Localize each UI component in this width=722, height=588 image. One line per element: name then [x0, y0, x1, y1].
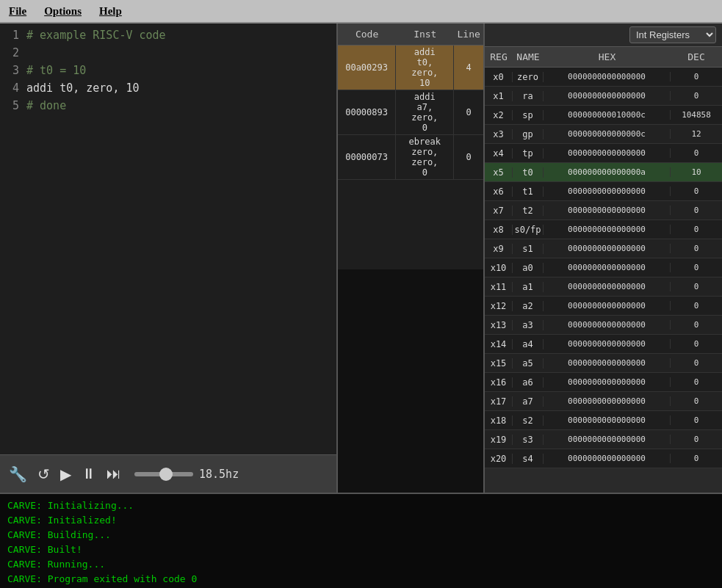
reg-name-cell: ra: [513, 91, 544, 101]
reg-id-cell: x5: [485, 167, 513, 178]
reg-name-cell: zero: [513, 72, 544, 82]
reg-dec-cell: 0: [671, 148, 722, 158]
reg-hex-cell: 000000000000000c: [544, 129, 671, 139]
reg-id-cell: x15: [485, 358, 513, 369]
reg-id-cell: x10: [485, 263, 513, 273]
reg-dec-cell: 0: [671, 435, 722, 444]
ct-inst-cell: addit0,zero,10: [396, 46, 454, 90]
ct-line-cell: 0: [454, 135, 483, 179]
reg-dec-cell: 0: [671, 244, 722, 253]
step-button[interactable]: ⏭: [104, 462, 124, 485]
register-row: x16a600000000000000000: [485, 373, 722, 392]
reg-header: Int RegistersFloat Registers: [485, 23, 722, 47]
reg-dec-cell: 0: [671, 415, 722, 425]
reg-name-cell: a1: [513, 282, 544, 292]
register-row: x1ra00000000000000000: [485, 87, 722, 106]
reg-name-cell: t2: [513, 206, 544, 216]
console-line: CARVE: Built!: [7, 542, 715, 557]
reg-hex-cell: 0000000000000000: [544, 415, 671, 425]
reg-dec-cell: 0: [671, 301, 722, 311]
register-row: x15a500000000000000000: [485, 354, 722, 373]
reg-name-cell: a6: [513, 377, 544, 388]
reg-dec-cell: 0: [671, 377, 722, 387]
pause-button[interactable]: ⏸: [79, 462, 99, 485]
ct-inst-cell: ebreakzero,zero,0: [396, 135, 454, 179]
code-table-empty-space: [338, 269, 483, 493]
reg-name-cell: a4: [513, 339, 544, 349]
reg-hex-cell: 000000000010000c: [544, 110, 671, 120]
dec-col-header: DEC: [671, 51, 722, 62]
reg-name-cell: s4: [513, 454, 544, 464]
speed-label: 18.5hz: [199, 468, 239, 481]
menu-item-options[interactable]: Options: [35, 2, 90, 21]
ct-code-cell: 00a00293: [338, 46, 396, 90]
reg-hex-cell: 0000000000000000: [544, 148, 671, 158]
console-line: CARVE: Initializing...: [7, 498, 715, 513]
reg-dec-cell: 0: [671, 263, 722, 272]
reg-hex-cell: 0000000000000000: [544, 377, 671, 387]
reg-hex-cell: 0000000000000000: [544, 301, 671, 311]
ct-code-cell: 00000073: [338, 135, 396, 179]
reg-id-cell: x1: [485, 91, 513, 101]
reg-dec-cell: 0: [671, 396, 722, 406]
reg-hex-cell: 0000000000000000: [544, 225, 671, 234]
console-line: CARVE: Running...: [7, 557, 715, 572]
code-col-header: Code: [338, 29, 396, 40]
reg-id-cell: x7: [485, 206, 513, 216]
reg-name-cell: t0: [513, 167, 544, 178]
reg-id-cell: x11: [485, 282, 513, 292]
register-row: x10a000000000000000000: [485, 258, 722, 277]
line-number: 1: [3, 26, 19, 44]
registers-panel: Int RegistersFloat Registers REG NAME HE…: [485, 23, 722, 493]
reg-name-cell: a0: [513, 263, 544, 273]
build-button[interactable]: 🔧: [6, 462, 30, 486]
reg-dec-cell: 0: [671, 206, 722, 215]
code-table-row: 00000893addia7,zero,00: [338, 90, 483, 135]
menu-item-help[interactable]: Help: [90, 2, 131, 21]
reg-hex-cell: 0000000000000000: [544, 91, 671, 101]
speed-slider[interactable]: [134, 472, 193, 476]
reg-dec-cell: 0: [671, 339, 722, 349]
register-row: x14a400000000000000000: [485, 335, 722, 354]
register-type-select[interactable]: Int RegistersFloat Registers: [629, 26, 716, 43]
reg-hex-cell: 000000000000000a: [544, 167, 671, 177]
code-editor[interactable]: 1# example RISC-V code23# t0 = 104addi t…: [0, 23, 336, 454]
register-row: x4tp00000000000000000: [485, 144, 722, 163]
reset-button[interactable]: ↺: [35, 462, 53, 486]
line-number: 4: [3, 79, 19, 97]
code-line-4: 4addi t0, zero, 10: [0, 79, 336, 97]
code-table-row: 00a00293addit0,zero,104: [338, 46, 483, 90]
editor-panel: 1# example RISC-V code23# t0 = 104addi t…: [0, 23, 338, 493]
reg-table-header: REG NAME HEX DEC: [485, 47, 722, 68]
reg-name-cell: t1: [513, 186, 544, 197]
reg-id-cell: x9: [485, 244, 513, 254]
run-button[interactable]: ▶: [57, 462, 74, 486]
reg-hex-cell: 0000000000000000: [544, 320, 671, 330]
reg-name-cell: s3: [513, 435, 544, 445]
reg-hex-cell: 0000000000000000: [544, 186, 671, 196]
register-row: x19s300000000000000000: [485, 430, 722, 449]
reg-dec-cell: 0: [671, 358, 722, 368]
reg-dec-cell: 104858: [671, 110, 722, 120]
main-area: 1# example RISC-V code23# t0 = 104addi t…: [0, 23, 722, 493]
reg-id-cell: x2: [485, 110, 513, 120]
reg-dec-cell: 0: [671, 282, 722, 291]
reg-id-cell: x19: [485, 435, 513, 445]
hex-col-header: HEX: [544, 51, 671, 62]
code-table-body: 00a00293addit0,zero,10400000893addia7,ze…: [338, 46, 483, 269]
ct-line-cell: 4: [454, 46, 483, 90]
register-table-body: x0zero00000000000000000x1ra0000000000000…: [485, 68, 722, 493]
menu-item-file[interactable]: File: [0, 2, 35, 21]
toolbar: 🔧↺▶⏸⏭ 18.5hz: [0, 454, 336, 493]
reg-id-cell: x14: [485, 339, 513, 349]
reg-hex-cell: 0000000000000000: [544, 282, 671, 291]
console-line: CARVE: Program exited with code 0: [7, 572, 715, 587]
console-line: CARVE: Building...: [7, 528, 715, 542]
speed-control: 18.5hz: [134, 468, 239, 481]
reg-hex-cell: 0000000000000000: [544, 339, 671, 349]
reg-id-cell: x20: [485, 454, 513, 464]
register-row: x9s100000000000000000: [485, 239, 722, 258]
code-table-panel: Code Inst Line 00a00293addit0,zero,10400…: [338, 23, 485, 493]
reg-hex-cell: 0000000000000000: [544, 72, 671, 81]
code-table-row: 00000073ebreakzero,zero,00: [338, 135, 483, 180]
